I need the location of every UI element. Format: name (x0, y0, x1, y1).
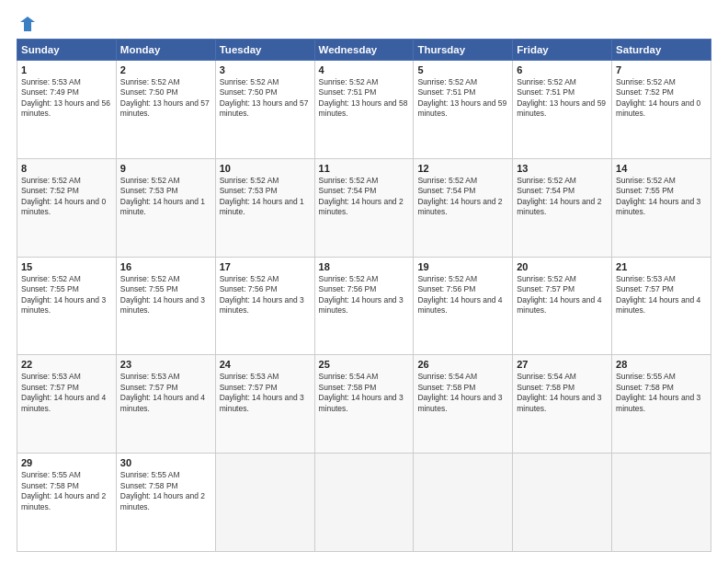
day-info: Sunrise: 5:53 AMSunset: 7:57 PMDaylight:… (220, 372, 311, 414)
day-info: Sunrise: 5:54 AMSunset: 7:58 PMDaylight:… (417, 372, 508, 414)
day-info: Sunrise: 5:54 AMSunset: 7:58 PMDaylight:… (319, 372, 410, 414)
table-row: 12Sunrise: 5:52 AMSunset: 7:54 PMDayligh… (414, 158, 513, 257)
table-row: 21Sunrise: 5:53 AMSunset: 7:57 PMDayligh… (612, 257, 711, 355)
day-number: 7 (616, 64, 707, 75)
calendar-week-row: 1Sunrise: 5:53 AMSunset: 7:49 PMDaylight… (17, 61, 711, 159)
table-row: 23Sunrise: 5:53 AMSunset: 7:57 PMDayligh… (116, 355, 215, 454)
day-info: Sunrise: 5:53 AMSunset: 7:57 PMDaylight:… (120, 372, 211, 414)
table-row (513, 454, 612, 552)
col-friday: Friday (513, 40, 612, 61)
col-tuesday: Tuesday (215, 40, 314, 61)
day-info: Sunrise: 5:52 AMSunset: 7:53 PMDaylight:… (220, 176, 311, 218)
day-info: Sunrise: 5:52 AMSunset: 7:56 PMDaylight:… (417, 274, 508, 316)
day-number: 21 (616, 261, 707, 272)
day-number: 15 (21, 261, 112, 272)
col-saturday: Saturday (612, 40, 711, 61)
day-info: Sunrise: 5:52 AMSunset: 7:55 PMDaylight:… (21, 274, 112, 316)
day-info: Sunrise: 5:52 AMSunset: 7:57 PMDaylight:… (517, 274, 608, 316)
table-row: 5Sunrise: 5:52 AMSunset: 7:51 PMDaylight… (414, 61, 513, 159)
table-row (215, 454, 314, 552)
day-info: Sunrise: 5:52 AMSunset: 7:52 PMDaylight:… (21, 176, 112, 218)
day-number: 9 (120, 163, 211, 174)
day-number: 17 (220, 261, 311, 272)
table-row: 1Sunrise: 5:53 AMSunset: 7:49 PMDaylight… (17, 61, 117, 159)
day-number: 27 (517, 359, 608, 370)
day-info: Sunrise: 5:55 AMSunset: 7:58 PMDaylight:… (21, 470, 112, 512)
day-info: Sunrise: 5:52 AMSunset: 7:52 PMDaylight:… (616, 77, 707, 120)
table-row: 26Sunrise: 5:54 AMSunset: 7:58 PMDayligh… (414, 355, 513, 454)
day-number: 1 (21, 64, 112, 75)
day-number: 2 (120, 64, 211, 75)
header-row (17, 15, 711, 33)
table-row: 7Sunrise: 5:52 AMSunset: 7:52 PMDaylight… (612, 61, 711, 159)
table-row: 3Sunrise: 5:52 AMSunset: 7:50 PMDaylight… (215, 61, 314, 159)
day-number: 13 (517, 163, 608, 174)
day-number: 18 (319, 261, 410, 272)
day-number: 3 (220, 64, 311, 75)
day-number: 25 (319, 359, 410, 370)
table-row: 8Sunrise: 5:52 AMSunset: 7:52 PMDaylight… (17, 158, 117, 257)
day-number: 23 (120, 359, 211, 370)
table-row: 6Sunrise: 5:52 AMSunset: 7:51 PMDaylight… (513, 61, 612, 159)
day-info: Sunrise: 5:52 AMSunset: 7:55 PMDaylight:… (120, 274, 211, 316)
day-number: 5 (417, 64, 508, 75)
table-row: 19Sunrise: 5:52 AMSunset: 7:56 PMDayligh… (414, 257, 513, 355)
svg-marker-0 (20, 17, 35, 31)
table-row: 25Sunrise: 5:54 AMSunset: 7:58 PMDayligh… (314, 355, 414, 454)
day-info: Sunrise: 5:52 AMSunset: 7:54 PMDaylight:… (319, 176, 410, 218)
day-number: 20 (517, 261, 608, 272)
day-info: Sunrise: 5:53 AMSunset: 7:49 PMDaylight:… (21, 77, 112, 120)
day-info: Sunrise: 5:52 AMSunset: 7:51 PMDaylight:… (417, 77, 508, 120)
table-row: 20Sunrise: 5:52 AMSunset: 7:57 PMDayligh… (513, 257, 612, 355)
day-info: Sunrise: 5:55 AMSunset: 7:58 PMDaylight:… (616, 372, 707, 414)
table-row (612, 454, 711, 552)
table-row: 17Sunrise: 5:52 AMSunset: 7:56 PMDayligh… (215, 257, 314, 355)
calendar-table: Sunday Monday Tuesday Wednesday Thursday… (17, 39, 711, 552)
table-row: 9Sunrise: 5:52 AMSunset: 7:53 PMDaylight… (116, 158, 215, 257)
calendar-week-row: 15Sunrise: 5:52 AMSunset: 7:55 PMDayligh… (17, 257, 711, 355)
table-row: 18Sunrise: 5:52 AMSunset: 7:56 PMDayligh… (314, 257, 414, 355)
day-info: Sunrise: 5:54 AMSunset: 7:58 PMDaylight:… (517, 372, 608, 414)
calendar-header-row: Sunday Monday Tuesday Wednesday Thursday… (17, 40, 711, 61)
day-number: 29 (21, 457, 112, 468)
day-number: 28 (616, 359, 707, 370)
day-info: Sunrise: 5:52 AMSunset: 7:54 PMDaylight:… (517, 176, 608, 218)
table-row: 22Sunrise: 5:53 AMSunset: 7:57 PMDayligh… (17, 355, 117, 454)
day-number: 11 (319, 163, 410, 174)
table-row: 28Sunrise: 5:55 AMSunset: 7:58 PMDayligh… (612, 355, 711, 454)
table-row: 13Sunrise: 5:52 AMSunset: 7:54 PMDayligh… (513, 158, 612, 257)
day-info: Sunrise: 5:52 AMSunset: 7:53 PMDaylight:… (120, 176, 211, 218)
table-row: 10Sunrise: 5:52 AMSunset: 7:53 PMDayligh… (215, 158, 314, 257)
logo-flag-icon (18, 15, 37, 33)
table-row: 15Sunrise: 5:52 AMSunset: 7:55 PMDayligh… (17, 257, 117, 355)
table-row (414, 454, 513, 552)
col-thursday: Thursday (414, 40, 513, 61)
table-row (314, 454, 414, 552)
day-number: 26 (417, 359, 508, 370)
table-row: 2Sunrise: 5:52 AMSunset: 7:50 PMDaylight… (116, 61, 215, 159)
col-monday: Monday (116, 40, 215, 61)
day-number: 6 (517, 64, 608, 75)
day-info: Sunrise: 5:52 AMSunset: 7:56 PMDaylight:… (220, 274, 311, 316)
day-info: Sunrise: 5:52 AMSunset: 7:50 PMDaylight:… (120, 77, 211, 120)
day-info: Sunrise: 5:52 AMSunset: 7:51 PMDaylight:… (517, 77, 608, 120)
table-row: 27Sunrise: 5:54 AMSunset: 7:58 PMDayligh… (513, 355, 612, 454)
col-sunday: Sunday (17, 40, 117, 61)
day-info: Sunrise: 5:52 AMSunset: 7:54 PMDaylight:… (417, 176, 508, 218)
calendar-week-row: 8Sunrise: 5:52 AMSunset: 7:52 PMDaylight… (17, 158, 711, 257)
table-row: 14Sunrise: 5:52 AMSunset: 7:55 PMDayligh… (612, 158, 711, 257)
table-row: 4Sunrise: 5:52 AMSunset: 7:51 PMDaylight… (314, 61, 414, 159)
day-number: 14 (616, 163, 707, 174)
day-info: Sunrise: 5:52 AMSunset: 7:51 PMDaylight:… (319, 77, 410, 120)
calendar-week-row: 22Sunrise: 5:53 AMSunset: 7:57 PMDayligh… (17, 355, 711, 454)
calendar-week-row: 29Sunrise: 5:55 AMSunset: 7:58 PMDayligh… (17, 454, 711, 552)
table-row: 30Sunrise: 5:55 AMSunset: 7:58 PMDayligh… (116, 454, 215, 552)
table-row: 24Sunrise: 5:53 AMSunset: 7:57 PMDayligh… (215, 355, 314, 454)
day-number: 24 (220, 359, 311, 370)
day-info: Sunrise: 5:52 AMSunset: 7:50 PMDaylight:… (220, 77, 311, 120)
day-number: 8 (21, 163, 112, 174)
day-number: 16 (120, 261, 211, 272)
day-number: 12 (417, 163, 508, 174)
table-row: 11Sunrise: 5:52 AMSunset: 7:54 PMDayligh… (314, 158, 414, 257)
day-number: 19 (417, 261, 508, 272)
